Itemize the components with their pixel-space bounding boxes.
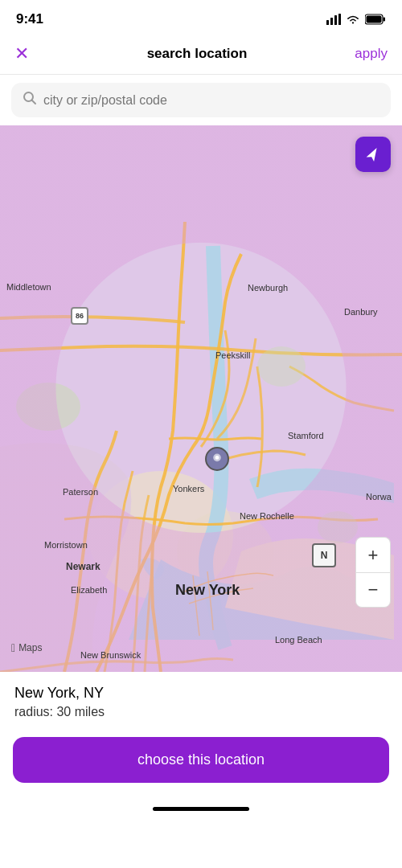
current-location-button[interactable] [355,137,391,172]
search-box [11,83,391,117]
battery-icon [365,14,386,25]
svg-point-14 [257,346,306,387]
status-bar: 9:41 [0,0,402,35]
search-input[interactable] [43,93,379,108]
zoom-controls: + − [355,537,391,608]
wifi-icon [346,14,360,25]
svg-rect-1 [330,18,333,25]
zoom-out-button[interactable]: − [355,572,391,608]
signal-icon [326,14,341,25]
svg-rect-3 [338,14,341,25]
svg-line-8 [32,100,36,104]
svg-point-16 [215,456,219,460]
map-compass: N [312,543,336,567]
location-center-pin [205,447,229,471]
map-background [0,125,402,672]
svg-point-15 [318,511,358,543]
svg-rect-2 [334,15,337,25]
home-bar [153,807,249,811]
highway-86-shield: 86 [71,307,88,325]
page-title: search location [147,46,248,62]
maps-label: Maps [18,642,42,653]
search-icon [23,91,37,109]
svg-rect-0 [326,20,329,25]
search-container [0,75,402,125]
close-button[interactable]: ✕ [14,43,47,64]
apply-button[interactable]: apply [347,46,388,62]
location-radius: radius: 30 miles [14,705,388,719]
choose-location-button[interactable]: choose this location [13,737,389,783]
status-icons [326,14,386,25]
header: ✕ search location apply [0,35,402,75]
location-name: New York, NY [14,685,388,702]
choose-btn-container: choose this location [0,729,402,807]
svg-rect-5 [384,18,386,22]
maps-badge:  Maps [11,641,42,654]
status-time: 9:41 [16,11,43,27]
map-container: Middletown Newburgh Peekskill Stamford D… [0,125,402,672]
home-indicator [0,807,402,819]
zoom-in-button[interactable]: + [355,537,391,572]
location-info: New York, NY radius: 30 miles [0,672,402,729]
apple-icon:  [11,641,15,654]
svg-point-13 [16,383,80,431]
svg-rect-6 [367,16,382,23]
